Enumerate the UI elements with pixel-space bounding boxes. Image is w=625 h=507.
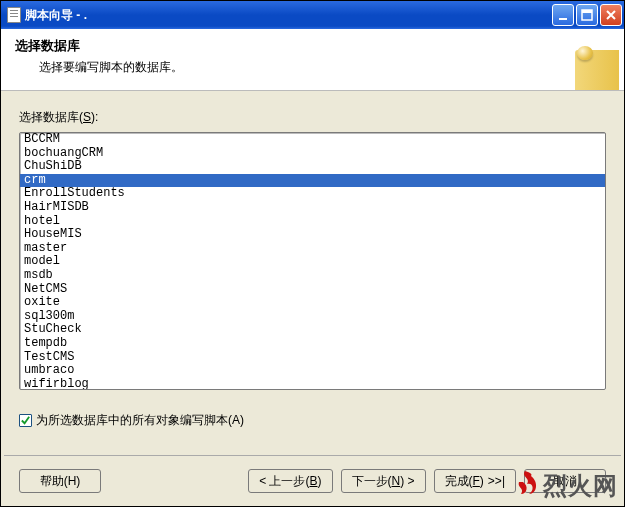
window-title: 脚本向导 - .	[25, 7, 552, 24]
database-item[interactable]: hotel	[20, 215, 605, 229]
minimize-button[interactable]	[552, 4, 574, 26]
database-item[interactable]: sql300m	[20, 310, 605, 324]
script-all-checkbox[interactable]	[19, 414, 32, 427]
database-item[interactable]: oxite	[20, 296, 605, 310]
database-item[interactable]: model	[20, 255, 605, 269]
next-button[interactable]: 下一步(N) >	[341, 469, 426, 493]
maximize-button[interactable]	[576, 4, 598, 26]
cancel-button[interactable]: 取消	[524, 469, 606, 493]
database-item[interactable]: crm	[20, 174, 605, 188]
database-item[interactable]: EnrollStudents	[20, 187, 605, 201]
database-item[interactable]: master	[20, 242, 605, 256]
database-item[interactable]: StuCheck	[20, 323, 605, 337]
svg-rect-2	[582, 10, 592, 13]
database-item[interactable]: msdb	[20, 269, 605, 283]
database-item[interactable]: ChuShiDB	[20, 160, 605, 174]
database-item[interactable]: HairMISDB	[20, 201, 605, 215]
help-button[interactable]: 帮助(H)	[19, 469, 101, 493]
wizard-header: 选择数据库 选择要编写脚本的数据库。	[1, 29, 624, 91]
database-item[interactable]: BCCRM	[20, 133, 605, 147]
database-item[interactable]: tempdb	[20, 337, 605, 351]
database-item[interactable]: bochuangCRM	[20, 147, 605, 161]
database-list[interactable]: BCCRMbochuangCRMChuShiDBcrmEnrollStudent…	[19, 132, 606, 390]
document-icon	[7, 7, 21, 23]
database-item[interactable]: NetCMS	[20, 283, 605, 297]
titlebar: 脚本向导 - .	[1, 1, 624, 29]
script-all-label: 为所选数据库中的所有对象编写脚本(A)	[36, 412, 244, 429]
database-item[interactable]: wifirblog	[20, 378, 605, 390]
database-item[interactable]: HouseMIS	[20, 228, 605, 242]
database-list-label: 选择数据库(S):	[19, 109, 606, 126]
finish-button[interactable]: 完成(F)>>|	[434, 469, 516, 493]
previous-button[interactable]: 上一步(B)	[248, 469, 332, 493]
database-item[interactable]: umbraco	[20, 364, 605, 378]
scroll-icon	[569, 44, 619, 90]
wizard-window: 脚本向导 - . 选择数据库 选择要编写脚本的数据库。 选择数据库(S): BC…	[0, 0, 625, 507]
svg-rect-0	[559, 18, 567, 20]
content-area: 选择数据库(S): BCCRMbochuangCRMChuShiDBcrmEnr…	[1, 91, 624, 437]
footer: 帮助(H) 上一步(B) 下一步(N) > 完成(F)>>| 取消	[1, 456, 624, 506]
page-subtitle: 选择要编写脚本的数据库。	[39, 59, 610, 76]
database-item[interactable]: TestCMS	[20, 351, 605, 365]
close-button[interactable]	[600, 4, 622, 26]
page-title: 选择数据库	[15, 37, 610, 55]
